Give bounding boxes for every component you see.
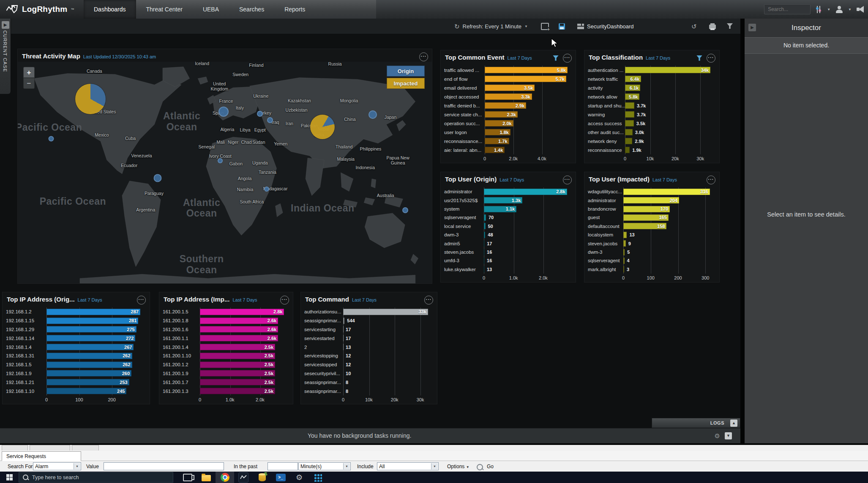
tab-service-requests[interactable]: Service Requests <box>2 451 81 461</box>
background-tab-stub[interactable] <box>2 445 28 450</box>
nav-tab-dashboards[interactable]: Dashboards <box>84 0 136 19</box>
bar[interactable] <box>484 232 485 238</box>
bar[interactable]: 260 <box>46 370 131 376</box>
bar[interactable]: 316 <box>623 189 710 195</box>
current-case-tab[interactable]: ▶ CURRENT CASE <box>0 19 11 94</box>
nav-tab-searches[interactable]: Searches <box>229 0 274 19</box>
threat-pie-marker[interactable] <box>75 84 106 114</box>
background-tab-stub[interactable] <box>72 445 99 450</box>
bar[interactable]: 2.3k <box>485 111 518 118</box>
nav-tab-threat-center[interactable]: Threat Center <box>136 0 193 19</box>
bar[interactable] <box>484 223 486 229</box>
inspector-collapse-icon[interactable]: ▶ <box>748 24 756 31</box>
bar[interactable]: 262 <box>46 362 132 368</box>
console-search-icon[interactable] <box>477 464 483 470</box>
threat-dot-marker[interactable] <box>218 107 229 117</box>
tasks-collapse-icon[interactable]: ▼ <box>725 432 732 439</box>
reset-button[interactable]: ↺ <box>691 19 697 34</box>
bar[interactable]: 253 <box>46 379 129 385</box>
add-widget-button[interactable] <box>541 19 549 34</box>
bar[interactable] <box>625 147 630 153</box>
dashboard-selector[interactable]: SecurityDashboard <box>577 19 634 34</box>
bar[interactable] <box>484 214 486 221</box>
bar[interactable]: 2.8k <box>200 309 284 315</box>
user-account-icon[interactable] <box>835 6 843 13</box>
nav-tab-reports[interactable]: Reports <box>274 0 315 19</box>
legend-origin[interactable]: Origin <box>387 66 425 77</box>
preferences-sliders-icon[interactable] <box>816 6 822 13</box>
bar[interactable] <box>623 232 627 238</box>
bar[interactable]: 2.6k <box>200 326 278 332</box>
bar[interactable] <box>623 240 626 247</box>
bar[interactable]: 170 <box>623 206 670 212</box>
threat-dot-marker[interactable] <box>402 207 408 213</box>
bar[interactable]: 262 <box>46 353 132 359</box>
chart-filter-icon[interactable] <box>696 55 702 61</box>
background-tab-stub[interactable] <box>30 445 70 450</box>
sql-server-icon[interactable] <box>253 472 271 483</box>
bar[interactable]: 5.7k <box>485 76 566 82</box>
bar[interactable]: 3.5k <box>485 85 535 91</box>
bar[interactable]: 2.9k <box>485 102 526 109</box>
logo[interactable]: LogRhythm™ <box>0 0 84 19</box>
task-view-icon[interactable] <box>178 472 197 483</box>
threat-dot-marker[interactable] <box>267 117 273 123</box>
threat-dot-marker[interactable] <box>264 187 269 192</box>
chart-menu-icon[interactable]: ··· <box>707 54 715 63</box>
bar[interactable] <box>623 258 625 264</box>
bar[interactable] <box>484 249 484 255</box>
bar[interactable]: 1.4k <box>485 147 505 153</box>
bar[interactable] <box>625 102 634 109</box>
past-unit-select[interactable]: Minute(s)▼ <box>298 462 351 470</box>
bar[interactable] <box>625 120 634 126</box>
chart-menu-icon[interactable]: ··· <box>707 176 715 184</box>
threat-dot-marker[interactable] <box>257 111 263 117</box>
bar[interactable]: 287 <box>46 309 140 315</box>
include-select[interactable]: All▼ <box>377 462 439 470</box>
file-explorer-icon[interactable] <box>197 472 216 483</box>
bar[interactable]: 204 <box>623 197 679 203</box>
threat-dot-marker[interactable] <box>368 110 377 119</box>
chrome-icon[interactable] <box>216 472 234 483</box>
bar[interactable]: 3.3k <box>485 93 532 100</box>
map-zoom-out-button[interactable]: − <box>23 78 35 89</box>
settings-gear-icon[interactable]: ⚙ <box>290 472 308 483</box>
bar[interactable] <box>625 129 633 135</box>
preferences-caret-icon[interactable]: ▼ <box>827 8 830 11</box>
bar[interactable]: 1.3k <box>484 197 522 203</box>
bar[interactable]: 245 <box>46 388 126 394</box>
bar[interactable]: 1.7k <box>485 138 509 144</box>
chart-menu-icon[interactable]: ··· <box>563 54 572 63</box>
bar[interactable]: 2.6k <box>200 318 278 324</box>
value-input[interactable] <box>104 462 224 470</box>
legend-impacted[interactable]: Impacted <box>387 78 425 89</box>
logs-expand-icon[interactable]: ▲ <box>730 420 737 427</box>
bar[interactable]: 6.1k <box>625 85 640 91</box>
map-menu-icon[interactable]: ··· <box>419 52 428 61</box>
bar[interactable]: 1.8k <box>485 129 510 135</box>
map-zoom-in-button[interactable]: + <box>23 67 35 78</box>
user-caret-icon[interactable]: ▼ <box>848 8 852 11</box>
app-grid-icon[interactable] <box>308 472 327 483</box>
bar[interactable]: 2.5k <box>200 344 275 350</box>
bar[interactable]: 158 <box>623 223 666 229</box>
start-button[interactable] <box>0 472 19 483</box>
save-dashboard-button[interactable] <box>559 19 565 34</box>
bar[interactable]: 5.8k <box>485 67 568 73</box>
announcements-icon[interactable] <box>857 6 865 13</box>
bar[interactable]: 2.5k <box>200 370 275 376</box>
bar[interactable]: 2.8k <box>484 189 567 195</box>
bar[interactable] <box>625 111 634 118</box>
bar[interactable]: 267 <box>46 344 134 350</box>
bar[interactable] <box>484 240 484 247</box>
bar[interactable]: 2.5k <box>200 388 275 394</box>
print-button[interactable] <box>709 19 716 34</box>
bar[interactable]: 33k <box>343 309 428 315</box>
bar[interactable] <box>484 266 484 272</box>
chart-menu-icon[interactable]: ··· <box>137 296 146 305</box>
refresh-control[interactable]: ↻ Refresh: Every 1 Minute ▼ <box>454 19 528 34</box>
threat-dot-marker[interactable] <box>218 158 223 163</box>
chart-menu-icon[interactable]: ··· <box>563 176 572 184</box>
bar[interactable]: 165 <box>623 214 669 221</box>
logrhythm-icon[interactable] <box>234 472 253 483</box>
